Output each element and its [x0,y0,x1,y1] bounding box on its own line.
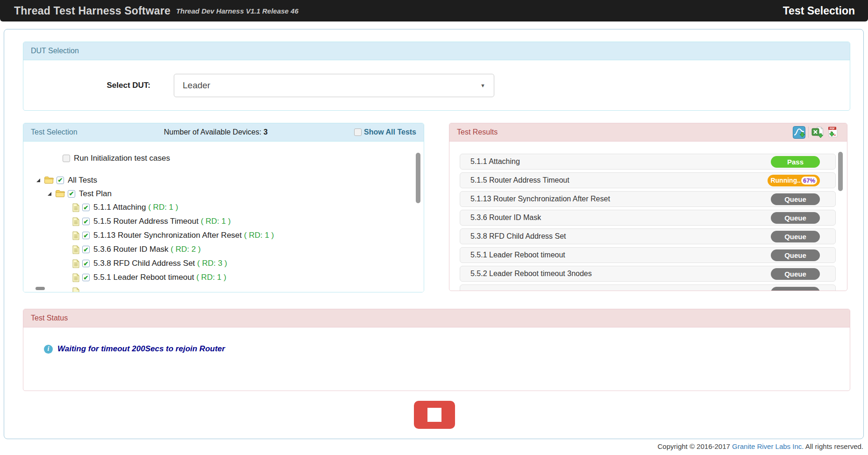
granite-river-labs-link[interactable]: Granite River Labs Inc. [732,442,804,450]
test-selection-panel-header: Test Selection Number of Available Devic… [23,123,424,142]
test-results-title: Test Results [457,128,498,136]
expand-collapse-icon[interactable] [36,178,40,182]
tree-node-test-plan[interactable]: ✔ Test Plan [48,187,424,200]
test-name: 5.5.1 Leader Reboot timeout [93,273,194,282]
run-initialization-option[interactable]: Run Initialization test cases [63,151,424,166]
test-status-panel: Test Status i Waiting for timeout 200Sec… [23,309,850,391]
stop-icon [427,408,441,422]
result-test-name: 5.1.5 Router Address Timeout [470,176,569,185]
result-test-name: 5.3.8 RFD Child Address Set [470,232,566,241]
status-badge-running: Running..67% [768,175,820,186]
document-icon [72,287,79,292]
result-row[interactable]: 5.5.1 Leader Reboot timeout Queue [460,247,836,263]
tree-test-item[interactable]: ✔ 5.5.1 Leader Reboot timeout ( RD: 1 ) [72,270,424,284]
document-icon [72,217,79,226]
result-row[interactable]: 5.5.2 Leader Reboot timeout 3nodes Queue [460,266,836,282]
show-all-tests-checkbox[interactable] [354,128,362,136]
run-initialization-label: Run Initialization test cases [74,154,170,163]
folder-icon [55,190,65,198]
test-name: 5.1.5 Router Address Timeout [93,217,199,226]
test-tree: Run Initialization test cases ✔ All Test… [23,142,424,292]
test-checkbox[interactable]: ✔ [82,232,90,239]
test-results-list: 5.1.1 Attaching Pass 5.1.5 Router Addres… [449,142,847,291]
test-name: 5.3.8 RFD Child Address Set [93,259,195,268]
document-icon [72,245,79,254]
test-plan-checkbox[interactable]: ✔ [68,190,75,198]
test-checkbox[interactable]: ✔ [82,204,90,211]
test-name: 5.1.13 Router Synchronization After Rese… [93,231,242,240]
horizontal-scrollbar-thumb[interactable] [36,287,45,290]
test-checkbox[interactable]: ✔ [82,260,90,267]
status-badge-queue: Queue [771,212,820,224]
tree-test-item[interactable]: ✔ 5.1.1 Attaching ( RD: 1 ) [72,200,424,214]
test-name: 5.3.6 Router ID Mask [93,245,169,254]
result-test-name: 5.5.1 Leader Reboot timeout [470,251,565,259]
result-row[interactable]: 5.3.6 Router ID Mask Queue [460,210,836,226]
dut-selection-panel-header: DUT Selection [23,42,850,60]
result-row-partial: Queue [460,284,836,291]
tree-test-item[interactable]: ✔ 5.3.6 Router ID Mask ( RD: 2 ) [72,242,424,256]
all-tests-label: All Tests [68,176,97,185]
test-checkbox[interactable]: ✔ [82,246,90,253]
test-plan-label: Test Plan [79,189,112,199]
progress-percent: 67% [801,177,817,185]
test-selection-panel: Test Selection Number of Available Devic… [23,123,424,292]
tree-node-all-tests[interactable]: ✔ All Tests [36,173,424,187]
result-test-name: 5.5.2 Leader Reboot timeout 3nodes [470,270,592,278]
main-container: DUT Selection Select DUT: Leader ▼ Test … [4,29,864,439]
vertical-scrollbar-thumb[interactable] [838,152,843,191]
svg-text:PDF: PDF [830,127,835,129]
tree-test-item[interactable]: ✔ 5.1.13 Router Synchronization After Re… [72,228,424,242]
expand-collapse-icon[interactable] [48,192,51,196]
test-rd-count: ( RD: 1 ) [201,217,231,226]
available-devices-text: Number of Available Devices: 3 [164,128,268,136]
dut-selection-panel: DUT Selection Select DUT: Leader ▼ [23,42,850,111]
tree-test-item[interactable]: ✔ 5.3.8 RFD Child Address Set ( RD: 3 ) [72,256,424,270]
test-name: 5.1.1 Attaching [93,203,146,212]
status-badge-queue: Queue [771,193,820,205]
tree-test-item[interactable]: ✔ 5.1.5 Router Address Timeout ( RD: 1 ) [72,214,424,228]
status-badge-queue: Queue [771,268,820,280]
result-test-name: 5.1.13 Router Synchronization After Rese… [470,195,610,203]
result-test-name: 5.3.6 Router ID Mask [470,213,541,222]
excel-export-icon[interactable] [811,126,824,139]
run-initialization-checkbox[interactable] [63,155,70,162]
info-icon: i [44,345,53,354]
select-dut-label: Select DUT: [23,81,150,90]
dut-select-dropdown[interactable]: Leader ▼ [174,74,494,97]
show-all-tests-label: Show All Tests [364,128,416,136]
test-results-panel-header: Test Results PDF [449,123,847,142]
dut-selected-value: Leader [183,80,210,91]
result-row[interactable]: 5.1.13 Router Synchronization After Rese… [460,191,836,207]
test-results-panel: Test Results PDF 5.1.1 Attaching Pass [449,123,847,291]
status-badge-queue: Queue [771,287,820,291]
test-rd-count: ( RD: 1 ) [196,273,226,282]
vertical-scrollbar-thumb[interactable] [416,153,420,203]
document-icon [72,231,79,240]
stop-button[interactable] [414,401,455,429]
test-rd-count: ( RD: 1 ) [244,231,274,240]
app-header: Thread Test Harness Software Thread Dev … [0,0,868,21]
result-row[interactable]: 5.1.5 Router Address Timeout Running..67… [460,172,836,188]
test-tree-scroll-area: Run Initialization test cases ✔ All Test… [23,142,424,292]
dropdown-caret-icon: ▼ [480,83,485,88]
pdf-export-icon[interactable]: PDF [827,126,840,139]
icon-divider [808,127,809,138]
tree-test-item-partial [72,284,424,292]
result-row[interactable]: 5.1.1 Attaching Pass [460,154,836,170]
current-page-title: Test Selection [783,5,855,17]
test-checkbox[interactable]: ✔ [82,218,90,225]
test-rd-count: ( RD: 3 ) [197,259,227,268]
test-checkbox[interactable]: ✔ [82,274,90,281]
show-all-tests-toggle[interactable]: Show All Tests [354,128,416,136]
status-badge-queue: Queue [771,231,820,242]
test-status-panel-header: Test Status [23,309,850,327]
status-badge-pass: Pass [771,156,820,168]
result-row[interactable]: 5.3.8 RFD Child Address Set Queue [460,228,836,244]
app-title: Thread Test Harness Software [14,5,171,17]
wireshark-capture-export-icon[interactable] [793,126,805,139]
footer-copyright: Copyright © 2016-2017 Granite River Labs… [658,442,863,450]
all-tests-checkbox[interactable]: ✔ [57,177,64,184]
test-rd-count: ( RD: 2 ) [171,245,200,254]
app-version-subtitle: Thread Dev Harness V1.1 Release 46 [176,7,299,15]
